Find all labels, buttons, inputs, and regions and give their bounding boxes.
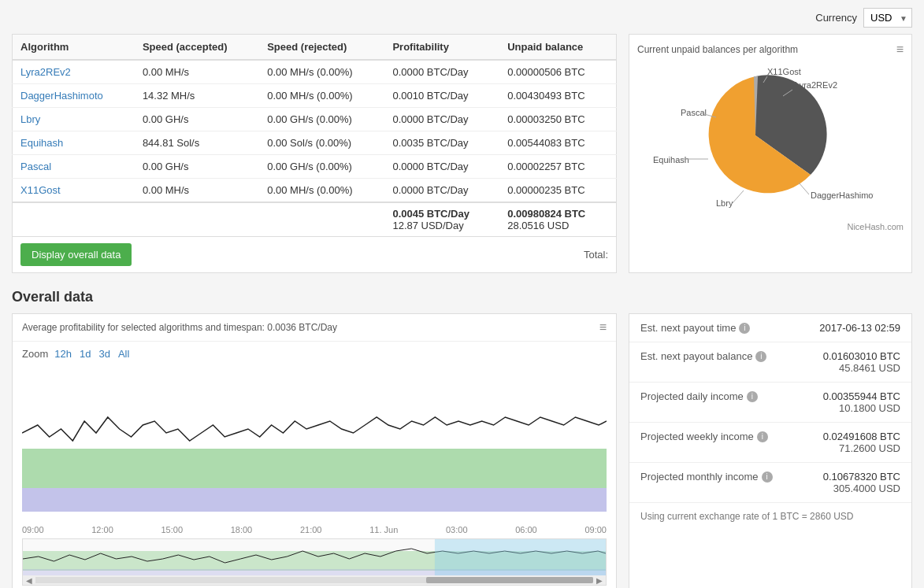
table-row: Lyra2REv2 0.00 MH/s 0.00 MH/s (0.00%) 0.… (13, 60, 617, 84)
speed-accepted: 0.00 MH/s (135, 60, 259, 84)
profitability-value: 0.0010 BTC/Day (384, 84, 499, 108)
est-payout-balance-usd: 45.8461 USD (823, 362, 900, 374)
panel-row-est-payout-balance: Est. next payout balance i 0.01603010 BT… (629, 342, 911, 383)
unpaid-balance-value: 0.00003250 BTC (499, 108, 616, 131)
pie-label-daggerhashimoto: DaggerHashimoto (811, 190, 874, 200)
chart-section: Average profitability for selected algor… (12, 313, 617, 588)
pie-label-x11gost: X11Gost (767, 67, 801, 76)
exchange-rate: Using current exchange rate of 1 BTC = 2… (629, 503, 911, 530)
time-5: 11. Jun (369, 525, 398, 534)
table-row: Pascal 0.00 GH/s 0.00 GH/s (0.00%) 0.000… (13, 155, 617, 179)
scroll-thumb[interactable] (426, 577, 593, 583)
algo-name: Lbry (13, 108, 135, 131)
weekly-income-usd: 71.2600 USD (823, 442, 900, 454)
scroll-left-arrow[interactable]: ◀ (23, 576, 35, 585)
time-1: 12:00 (91, 525, 113, 534)
time-7: 06:00 (515, 525, 537, 534)
algo-link[interactable]: Lyra2REv2 (20, 66, 71, 78)
zoom-label: Zoom (22, 348, 48, 360)
speed-rejected: 0.00 Sol/s (0.00%) (259, 131, 384, 155)
panel-row-daily: Projected daily income i 0.00355944 BTC … (629, 383, 911, 423)
speed-rejected: 0.00 MH/s (0.00%) (259, 179, 384, 203)
unpaid-balance-value: 0.00430493 BTC (499, 84, 616, 108)
weekly-income-info[interactable]: i (757, 431, 768, 442)
est-payout-balance-info[interactable]: i (755, 351, 766, 362)
algo-link[interactable]: DaggerHashimoto (20, 90, 103, 102)
currency-label: Currency (815, 12, 857, 24)
pie-label-lbry: Lbry (716, 198, 733, 208)
algo-table: Algorithm Speed (accepted) Speed (reject… (12, 34, 617, 237)
algo-name: DaggerHashimoto (13, 84, 135, 108)
pie-title: Current unpaid balances per algorithm (637, 44, 798, 55)
col-speed-rejected: Speed (rejected) (259, 35, 384, 61)
time-6: 03:00 (446, 525, 468, 534)
profitability-value: 0.0000 BTC/Day (384, 155, 499, 179)
monthly-income-values: 0.10678320 BTC 305.4000 USD (823, 471, 900, 494)
main-chart-area (13, 366, 616, 523)
pie-label-lyra2rev2: Lyra2REv2 (795, 80, 837, 90)
overall-title: Overall data (12, 289, 912, 305)
scroll-track[interactable] (35, 577, 593, 583)
zoom-1d[interactable]: 1d (78, 348, 92, 360)
est-payout-time-value: 2017-06-13 02:59 (819, 322, 900, 334)
speed-rejected: 0.00 MH/s (0.00%) (259, 84, 384, 108)
right-panel: Est. next payout time i 2017-06-13 02:59… (629, 313, 912, 588)
chart-menu-icon[interactable]: ≡ (599, 320, 607, 335)
speed-accepted: 844.81 Sol/s (135, 131, 259, 155)
daily-income-usd: 10.1800 USD (823, 402, 900, 414)
unpaid-balance-value: 0.00544083 BTC (499, 131, 616, 155)
speed-rejected: 0.00 MH/s (0.00%) (259, 60, 384, 84)
daily-income-info[interactable]: i (747, 391, 758, 402)
display-overall-btn[interactable]: Display overall data (20, 243, 132, 266)
algo-name: X11Gost (13, 179, 135, 203)
currency-select[interactable]: USD (863, 8, 912, 28)
top-section: Algorithm Speed (accepted) Speed (reject… (12, 34, 912, 273)
chart-time-labels: 09:00 12:00 15:00 18:00 21:00 11. Jun 03… (13, 523, 616, 538)
svg-line-5 (799, 183, 809, 194)
weekly-income-label: Projected weekly income i (640, 431, 768, 442)
total-row: 0.0045 BTC/Day 12.87 USD/Day 0.00980824 … (13, 202, 617, 237)
chart-title: Average profitability for selected algor… (22, 322, 337, 333)
chart-header: Average profitability for selected algor… (13, 314, 616, 342)
est-payout-balance-label: Est. next payout balance i (640, 350, 766, 362)
speed-rejected: 0.00 GH/s (0.00%) (259, 108, 384, 131)
algo-link[interactable]: X11Gost (20, 184, 61, 196)
algo-link[interactable]: Equihash (20, 137, 63, 149)
pie-container: Lyra2REv2 X11Gost Pascal Equihash Lbry D… (637, 61, 904, 218)
profitability-value: 0.0000 BTC/Day (384, 108, 499, 131)
zoom-3d[interactable]: 3d (97, 348, 111, 360)
zoom-12h[interactable]: 12h (53, 348, 73, 360)
pie-menu[interactable]: ≡ (896, 43, 904, 57)
est-payout-balance-values: 0.01603010 BTC 45.8461 USD (823, 350, 900, 374)
est-payout-balance-btc: 0.01603010 BTC (823, 350, 900, 362)
scroll-right-arrow[interactable]: ▶ (593, 576, 606, 585)
svg-rect-7 (22, 488, 607, 512)
est-payout-time-values: 2017-06-13 02:59 (819, 322, 900, 334)
svg-rect-6 (22, 449, 607, 488)
profitability-value: 0.0000 BTC/Day (384, 179, 499, 203)
pie-label-equihash: Equihash (653, 155, 689, 165)
speed-accepted: 0.00 GH/s (135, 108, 259, 131)
time-2: 15:00 (161, 525, 183, 534)
est-payout-time-info[interactable]: i (739, 323, 750, 334)
svg-line-4 (732, 190, 744, 204)
monthly-income-label: Projected monthly income i (640, 471, 773, 483)
table-row: Lbry 0.00 GH/s 0.00 GH/s (0.00%) 0.0000 … (13, 108, 617, 131)
algo-link[interactable]: Lbry (20, 113, 40, 125)
mini-chart-area: ◀ ▶ (22, 538, 607, 586)
currency-bar: Currency USD (12, 8, 912, 28)
algo-name: Lyra2REv2 (13, 60, 135, 84)
main-chart-svg (22, 370, 607, 516)
monthly-income-info[interactable]: i (762, 472, 773, 483)
algo-link[interactable]: Pascal (20, 161, 51, 172)
table-row: X11Gost 0.00 MH/s 0.00 MH/s (0.00%) 0.00… (13, 179, 617, 203)
table-section: Algorithm Speed (accepted) Speed (reject… (12, 34, 617, 273)
nicehash-credit: NiceHash.com (637, 222, 904, 231)
unpaid-balance-value: 0.00000506 BTC (499, 60, 616, 84)
display-btn-row: Display overall data Total: (12, 237, 617, 273)
zoom-all[interactable]: All (117, 348, 131, 360)
time-0: 09:00 (22, 525, 44, 534)
total-empty (13, 202, 385, 237)
pie-header: Current unpaid balances per algorithm ≡ (637, 43, 904, 57)
daily-income-label: Projected daily income i (640, 390, 758, 402)
